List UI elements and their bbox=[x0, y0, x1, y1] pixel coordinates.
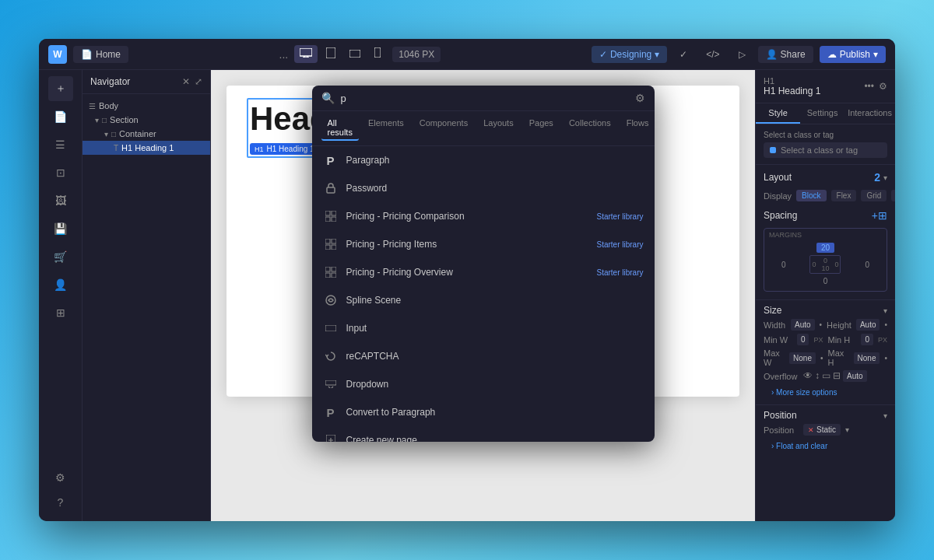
panel-dots-btn[interactable]: ••• bbox=[864, 81, 874, 92]
size-collapse-icon[interactable]: ▾ bbox=[883, 306, 887, 315]
display-block-btn[interactable]: Block bbox=[796, 190, 826, 201]
result-password[interactable]: Password bbox=[312, 174, 655, 202]
max-w-val[interactable]: None bbox=[789, 352, 816, 364]
search-tab-layouts[interactable]: Layouts bbox=[477, 116, 520, 141]
position-title: Position bbox=[764, 410, 797, 421]
display-flex-btn[interactable]: Flex bbox=[831, 190, 857, 201]
overflow-auto-val[interactable]: Auto bbox=[843, 370, 867, 382]
search-settings-icon[interactable]: ⚙ bbox=[635, 92, 645, 104]
nav-item-section[interactable]: ▾ □ Section bbox=[83, 113, 210, 127]
share-btn[interactable]: 👤 Share bbox=[758, 46, 813, 63]
result-create-page[interactable]: Create new page bbox=[312, 426, 655, 442]
designing-mode-btn[interactable]: ✓ Designing ▾ bbox=[592, 46, 667, 63]
container-icon: ▾ bbox=[104, 130, 108, 138]
result-spline-scene[interactable]: Spline Scene bbox=[312, 286, 655, 314]
sidebar-ecommerce-btn[interactable]: 🛒 bbox=[48, 244, 73, 269]
search-tab-elements[interactable]: Elements bbox=[362, 116, 410, 141]
sidebar-add-btn[interactable]: ＋ bbox=[48, 76, 73, 101]
position-section: Position ▾ Position ✕ Static ▾ › Float a… bbox=[756, 404, 895, 458]
padding-top-val[interactable]: 0 bbox=[823, 257, 827, 264]
sidebar-help-btn[interactable]: ? bbox=[48, 490, 73, 515]
layout-collapse-icon[interactable]: ▾ bbox=[883, 173, 887, 182]
float-clear-btn[interactable]: › Float and clear bbox=[764, 439, 887, 453]
sidebar-settings-btn[interactable]: ⚙ bbox=[48, 465, 73, 490]
dropdown-icon bbox=[323, 376, 339, 392]
right-panel: H1 H1 Heading 1 ••• ⚙ Style Settings Int… bbox=[755, 70, 895, 521]
min-w-val[interactable]: 0 bbox=[797, 334, 809, 345]
min-h-val[interactable]: 0 bbox=[861, 334, 873, 345]
margin-right-val[interactable]: 0 bbox=[862, 260, 873, 270]
sidebar-apps-btn[interactable]: ⊞ bbox=[48, 300, 73, 325]
padding-left-val[interactable]: 0 bbox=[812, 261, 816, 268]
width-val[interactable]: Auto bbox=[791, 319, 815, 331]
view-mobile-btn[interactable] bbox=[369, 45, 386, 63]
padding-bottom-val[interactable]: 10 bbox=[821, 264, 829, 272]
spacing-add-btn[interactable]: +⊞ bbox=[872, 209, 887, 222]
result-pricing-overview[interactable]: Pricing - Pricing Overview Starter libra… bbox=[312, 258, 655, 286]
margins-box: MARGINS 20 0 0 10 0 0 bbox=[764, 228, 887, 292]
tab-style[interactable]: Style bbox=[756, 103, 800, 124]
layout-expand-icon[interactable]: 2 bbox=[874, 171, 880, 184]
padding-right-val[interactable]: 0 bbox=[834, 261, 838, 268]
pricing-overview-icon bbox=[323, 264, 339, 280]
display-grid-btn[interactable]: Grid bbox=[861, 190, 887, 201]
overflow-clip-btn[interactable]: ▭ bbox=[822, 370, 830, 382]
view-mobile-landscape-btn[interactable] bbox=[344, 45, 366, 63]
canvas[interactable]: Heading H1 H1 Heading 1 ⚙ 🔍 bbox=[211, 70, 755, 521]
display-none-btn[interactable]: None bbox=[891, 190, 895, 201]
result-pricing-items[interactable]: Pricing - Pricing Items Starter library bbox=[312, 230, 655, 258]
result-input[interactable]: Input bbox=[312, 314, 655, 342]
sidebar-components-btn[interactable]: ⊡ bbox=[48, 160, 73, 185]
nav-item-heading[interactable]: T H1 Heading 1 bbox=[83, 141, 210, 155]
view-tablet-btn[interactable] bbox=[321, 45, 341, 63]
max-h-val[interactable]: None bbox=[854, 352, 880, 364]
margin-bottom-val[interactable]: 0 bbox=[820, 276, 831, 286]
nav-item-container[interactable]: ▾ □ Container bbox=[83, 127, 210, 141]
play-btn[interactable]: ▷ bbox=[732, 46, 752, 63]
position-collapse-icon[interactable]: ▾ bbox=[883, 411, 887, 420]
margin-left-val[interactable]: 0 bbox=[778, 260, 789, 270]
search-tab-all[interactable]: All results bbox=[321, 116, 359, 141]
search-tab-collections[interactable]: Collections bbox=[563, 116, 617, 141]
style-selector-placeholder: Select a class or tag bbox=[781, 145, 858, 155]
sidebar-assets-btn[interactable]: 🖼 bbox=[48, 188, 73, 213]
panel-settings-icon[interactable]: ⚙ bbox=[879, 81, 887, 92]
create-page-icon bbox=[323, 432, 339, 442]
sidebar-cms-btn[interactable]: 💾 bbox=[48, 216, 73, 241]
publish-btn[interactable]: ☁ Publish ▾ bbox=[820, 46, 886, 63]
search-tab-pages[interactable]: Pages bbox=[523, 116, 560, 141]
result-dropdown[interactable]: Dropdown bbox=[312, 370, 655, 398]
result-pricing-comparison[interactable]: Pricing - Pricing Comparison Starter lib… bbox=[312, 202, 655, 230]
result-recaptcha[interactable]: reCAPTCHA bbox=[312, 342, 655, 370]
sidebar-pages-btn[interactable]: 📄 bbox=[48, 104, 73, 129]
overflow-hidden-btn[interactable]: ⊟ bbox=[833, 370, 841, 382]
check-btn[interactable]: ✓ bbox=[673, 46, 693, 63]
navigator-close-btn[interactable]: ✕ bbox=[182, 76, 190, 87]
search-tab-components[interactable]: Components bbox=[413, 116, 474, 141]
result-convert-paragraph[interactable]: P Convert to Paragraph bbox=[312, 398, 655, 426]
tab-settings[interactable]: Settings bbox=[800, 103, 844, 124]
overflow-scroll-btn[interactable]: ↕ bbox=[815, 370, 820, 382]
position-dropdown-icon[interactable]: ▾ bbox=[845, 425, 849, 434]
svg-rect-18 bbox=[325, 273, 330, 278]
position-val-display[interactable]: ✕ Static bbox=[803, 424, 841, 436]
more-size-options-btn[interactable]: › More size options bbox=[764, 385, 887, 400]
height-val[interactable]: Auto bbox=[856, 319, 880, 331]
position-clear-icon[interactable]: ✕ bbox=[808, 426, 814, 434]
margin-top-val[interactable]: 20 bbox=[816, 243, 834, 253]
nav-item-body[interactable]: ☰ Body bbox=[83, 99, 210, 113]
home-tab[interactable]: 📄 Home bbox=[73, 46, 128, 63]
more-options-btn[interactable]: ... bbox=[279, 48, 289, 61]
search-tab-flows[interactable]: Flows bbox=[620, 116, 655, 141]
overflow-visible-btn[interactable]: 👁 bbox=[803, 370, 813, 382]
navigator-expand-btn[interactable]: ⤢ bbox=[195, 76, 202, 87]
view-desktop-btn[interactable] bbox=[294, 45, 318, 63]
sidebar-layers-btn[interactable]: ☰ bbox=[48, 132, 73, 157]
search-input[interactable] bbox=[341, 93, 629, 104]
sidebar-users-btn[interactable]: 👤 bbox=[48, 272, 73, 297]
style-selector-input[interactable]: Select a class or tag bbox=[764, 142, 887, 158]
result-paragraph[interactable]: P Paragraph bbox=[312, 146, 655, 174]
tab-interactions[interactable]: Interactions bbox=[844, 103, 895, 124]
top-bar: W 📄 Home ... bbox=[39, 39, 895, 70]
code-btn[interactable]: </> bbox=[700, 46, 725, 63]
